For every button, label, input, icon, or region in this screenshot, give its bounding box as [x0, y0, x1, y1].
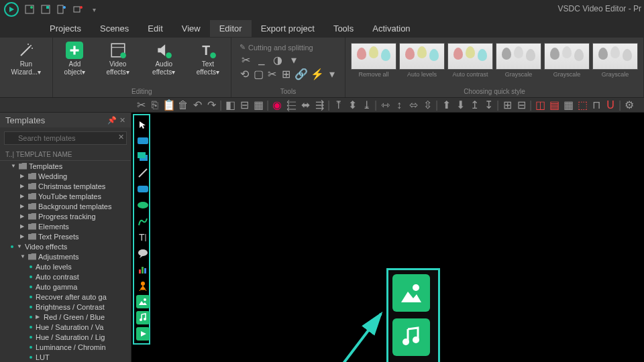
- group-icon[interactable]: ⊞: [500, 99, 514, 111]
- style-auto-levels-1[interactable]: Auto levels: [399, 43, 445, 78]
- plus-button[interactable]: Add object▾: [56, 40, 95, 77]
- line-tool[interactable]: [136, 166, 150, 180]
- paste-icon[interactable]: 📋: [162, 99, 176, 111]
- crop-tool-icon[interactable]: ✂: [268, 68, 278, 80]
- tree-item[interactable]: Hue / Saturation / Va: [0, 322, 131, 332]
- same-width-icon[interactable]: ⬄: [407, 99, 420, 111]
- bolt-tool-icon[interactable]: ⚡: [311, 68, 323, 80]
- tb-7-icon[interactable]: ◧: [223, 99, 237, 111]
- tree-item[interactable]: ▼Video effects: [0, 241, 131, 251]
- qat-icon-3[interactable]: [56, 4, 67, 15]
- expand-arrow-icon[interactable]: ▶: [20, 193, 26, 199]
- tree-item[interactable]: ▼Templates: [0, 161, 131, 171]
- style-grayscale-3[interactable]: Grayscale: [496, 43, 541, 78]
- tb-9-icon[interactable]: ▦: [252, 99, 265, 111]
- forward-icon[interactable]: ↥: [468, 99, 481, 111]
- style-remove-all-0[interactable]: Remove all: [351, 43, 396, 78]
- cut-icon[interactable]: ✂: [134, 99, 148, 111]
- magnet-icon[interactable]: U: [604, 99, 617, 111]
- video-tool[interactable]: [136, 327, 150, 341]
- expand-arrow-icon[interactable]: ▼: [17, 243, 23, 249]
- rounded-rect-tool[interactable]: [136, 182, 150, 196]
- align-bottom-icon[interactable]: ⤓: [360, 99, 373, 111]
- undo-icon[interactable]: ↶: [191, 99, 204, 111]
- front-icon[interactable]: ⬆: [439, 99, 453, 111]
- tree-item[interactable]: ▼Adjustments: [0, 251, 131, 261]
- tool-b7-icon[interactable]: ▾: [327, 68, 337, 80]
- grid-icon[interactable]: ▦: [561, 99, 575, 111]
- style-auto-contrast-2[interactable]: Auto contrast: [447, 43, 493, 78]
- text-tool[interactable]: T: [136, 231, 150, 244]
- tree-item[interactable]: Hue / Saturation / Lig: [0, 332, 131, 342]
- tool-3-icon[interactable]: ◑: [272, 54, 284, 66]
- clear-search-icon[interactable]: ✕: [118, 133, 124, 141]
- qat-icon-2[interactable]: [40, 4, 51, 15]
- align-top-icon[interactable]: ⤒: [331, 99, 345, 111]
- menu-edit[interactable]: Edit: [138, 20, 172, 37]
- menu-projects[interactable]: Projects: [40, 20, 91, 37]
- qat-dropdown-icon[interactable]: ▾: [89, 4, 99, 15]
- tree-item[interactable]: Brightness / Contrast: [0, 302, 131, 312]
- tool-4-icon[interactable]: ▾: [288, 54, 300, 66]
- delete-icon[interactable]: 🗑: [176, 99, 190, 111]
- tb-marker-icon[interactable]: ◉: [270, 99, 284, 111]
- expand-arrow-icon[interactable]: ▼: [20, 253, 26, 259]
- backward-icon[interactable]: ↧: [482, 99, 495, 111]
- layer-2-icon[interactable]: ▤: [547, 99, 561, 111]
- tb-8-icon[interactable]: ⊟: [237, 99, 251, 111]
- tree-item[interactable]: Auto contrast: [0, 272, 131, 282]
- same-height-icon[interactable]: ⇳: [421, 99, 434, 111]
- templates-tree[interactable]: ▼Templates▶Wedding▶Christmas templates▶Y…: [0, 161, 131, 362]
- preview-canvas[interactable]: T: [131, 113, 644, 362]
- align-right-icon[interactable]: ⇶: [313, 99, 326, 111]
- tree-item[interactable]: ▶Background templates: [0, 201, 131, 211]
- menu-export-project[interactable]: Export project: [252, 20, 324, 37]
- tree-item[interactable]: ▶YouTube templates: [0, 191, 131, 201]
- tree-item[interactable]: LUT: [0, 352, 131, 362]
- pointer-tool[interactable]: [136, 118, 150, 131]
- tree-item[interactable]: ▶Progress tracking: [0, 211, 131, 221]
- tree-item[interactable]: Auto gamma: [0, 282, 131, 292]
- style-grayscale-5[interactable]: Grayscale: [592, 43, 638, 78]
- add-audio-button[interactable]: [392, 318, 430, 356]
- image-tool[interactable]: [136, 295, 150, 308]
- tree-item[interactable]: Luminance / Chromin: [0, 342, 131, 352]
- tree-item[interactable]: ▶Wedding: [0, 171, 131, 181]
- tree-item[interactable]: Recover after auto ga: [0, 292, 131, 302]
- layer-1-icon[interactable]: ◫: [533, 99, 547, 111]
- speaker-button[interactable]: Audio effects▾: [142, 40, 186, 77]
- expand-arrow-icon[interactable]: ▶: [20, 223, 26, 229]
- frame-tool-icon[interactable]: ▢: [254, 68, 264, 80]
- snap-icon[interactable]: ⊓: [590, 99, 603, 111]
- freeform-tool[interactable]: [136, 215, 150, 228]
- settings-icon[interactable]: ⚙: [623, 99, 636, 111]
- tree-item[interactable]: ▶Text Presets: [0, 231, 131, 241]
- menu-tools[interactable]: Tools: [324, 20, 363, 37]
- text-button[interactable]: TText effects▾: [188, 40, 228, 77]
- counter-tool[interactable]: [136, 279, 150, 292]
- menu-scenes[interactable]: Scenes: [91, 20, 138, 37]
- pin-icon[interactable]: 📌: [107, 116, 117, 125]
- qat-record-icon[interactable]: [72, 4, 83, 15]
- film-button[interactable]: Video effects▾: [95, 40, 140, 77]
- search-input[interactable]: [4, 131, 127, 145]
- back-icon[interactable]: ⬇: [453, 99, 467, 111]
- menu-editor[interactable]: Editor: [210, 20, 252, 37]
- audio-tool[interactable]: [136, 311, 150, 324]
- dist-h-icon[interactable]: ⇿: [378, 99, 392, 111]
- run-wizard-button[interactable]: Run Wizard...▾: [3, 40, 50, 77]
- rectangle-tool[interactable]: [136, 134, 150, 147]
- close-panel-icon[interactable]: ✕: [119, 116, 125, 125]
- chart-tool[interactable]: [136, 263, 150, 276]
- dist-v-icon[interactable]: ↕: [392, 99, 406, 111]
- tree-item[interactable]: Auto levels: [0, 261, 131, 272]
- align-center-h-icon[interactable]: ⬌: [299, 99, 312, 111]
- expand-arrow-icon[interactable]: ▼: [11, 163, 17, 169]
- expand-arrow-icon[interactable]: ▶: [20, 183, 26, 189]
- align-left-icon[interactable]: ⬱: [284, 99, 298, 111]
- rotate-tool-icon[interactable]: ⟲: [239, 68, 250, 80]
- expand-arrow-icon[interactable]: ▶: [20, 213, 26, 219]
- cut-tool-icon[interactable]: ✂: [239, 54, 252, 66]
- select-red-icon[interactable]: ⬚: [576, 99, 589, 111]
- tree-item[interactable]: ▶Elements: [0, 221, 131, 231]
